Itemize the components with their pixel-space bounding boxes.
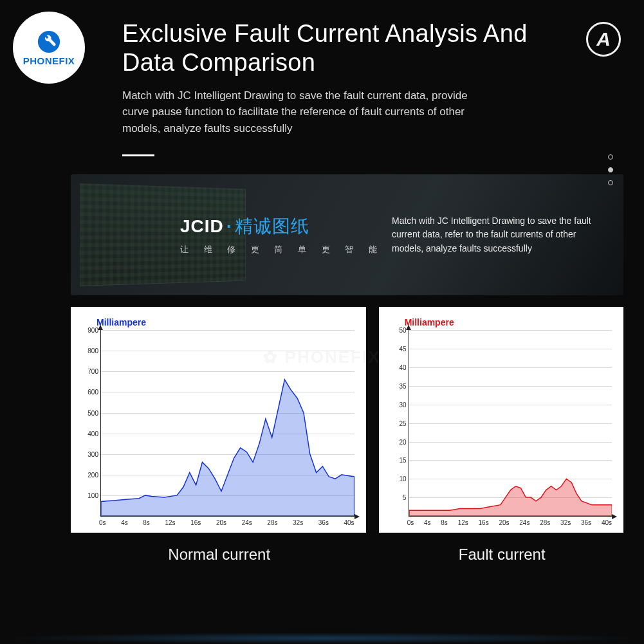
page-subtitle: Match with JC Intelligent Drawing to sav…: [122, 87, 483, 137]
y-tick-label: 800: [80, 347, 98, 354]
x-tick-label: 24s: [242, 519, 252, 526]
x-tick-label: 0s: [99, 519, 106, 526]
x-tick-label: 28s: [267, 519, 277, 526]
arrow-up-icon: [98, 325, 103, 330]
x-tick-label: 12s: [165, 519, 175, 526]
y-tick-label: 100: [80, 492, 98, 499]
y-tick-label: 15: [389, 457, 407, 464]
plot-area-normal: 100200300400500600700800900: [100, 330, 354, 517]
caption-fault: Fault current: [380, 533, 623, 579]
x-tick-label: 0s: [407, 519, 414, 526]
y-tick-label: 300: [80, 450, 98, 457]
x-tick-label: 4s: [121, 519, 128, 526]
y-tick-label: 30: [389, 401, 407, 408]
y-tick-label: 700: [80, 368, 98, 375]
x-tick-label: 40s: [602, 519, 612, 526]
dot-icon: [608, 180, 613, 185]
arrow-right-icon: [354, 514, 360, 519]
x-tick-label: 28s: [540, 519, 550, 526]
y-axis-label: Milliampere: [405, 317, 614, 327]
phonefix-logo: PHONEFIX: [13, 12, 85, 84]
y-tick-label: 10: [389, 475, 407, 483]
caption-row: Normal current Fault current: [71, 533, 623, 579]
side-indicator-dots: [608, 154, 613, 185]
y-tick-label: 25: [389, 419, 407, 427]
y-axis-label: Milliampere: [97, 317, 357, 327]
logo-text: PHONEFIX: [23, 55, 75, 66]
x-tick-label: 4s: [424, 519, 431, 526]
normal-current-chart: Milliampere 100200300400500600700800900 …: [71, 307, 366, 533]
x-tick-label: 40s: [344, 519, 354, 526]
x-tick-label: 12s: [458, 519, 468, 526]
y-tick-label: 40: [389, 363, 407, 371]
page-title: Exclusive Fault Current Analysis And Dat…: [122, 19, 567, 77]
x-tick-label: 8s: [441, 519, 448, 526]
x-tick-label: 32s: [293, 519, 303, 526]
jcid-zh: 精诚图纸: [235, 216, 309, 236]
y-tick-label: 500: [80, 409, 98, 416]
dot-icon: [608, 167, 613, 172]
x-tick-label: 20s: [216, 519, 226, 526]
a-badge: A: [586, 22, 621, 57]
x-axis-ticks: 0s4s8s12s16s20s24s28s32s36s40s: [99, 519, 354, 526]
wrench-icon: [37, 30, 61, 54]
jcid-description: Match with JC Intelligent Drawing to sav…: [392, 214, 604, 256]
x-tick-label: 36s: [318, 519, 329, 526]
hero: Exclusive Fault Current Analysis And Dat…: [0, 0, 644, 156]
x-axis-ticks: 0s4s8s12s16s20s24s28s32s36s40s: [407, 519, 612, 526]
chart-area-path: [409, 330, 612, 516]
jcid-brand-block: JCID·精诚图纸 让 维 修 更 简 单 更 智 能: [180, 214, 383, 255]
arrow-right-icon: [612, 514, 617, 519]
x-tick-label: 32s: [560, 519, 571, 526]
charts-row: Milliampere 100200300400500600700800900 …: [71, 307, 623, 533]
x-tick-label: 24s: [519, 519, 529, 526]
jcid-separator: ·: [226, 216, 232, 236]
x-tick-label: 36s: [581, 519, 591, 526]
jcid-tagline: 让 维 修 更 简 单 更 智 能: [180, 244, 383, 255]
y-tick-label: 200: [80, 471, 98, 478]
dot-icon: [608, 154, 613, 160]
x-tick-label: 16s: [479, 519, 489, 526]
y-tick-label: 900: [80, 327, 98, 334]
arrow-up-icon: [406, 325, 411, 330]
jcid-brand: JCID: [180, 216, 224, 236]
y-tick-label: 35: [389, 382, 407, 389]
y-tick-label: 600: [80, 389, 98, 396]
footer-glow: [0, 632, 644, 644]
chart-area-path: [101, 330, 354, 516]
fault-current-chart: Milliampere 5101520253035404550 0s4s8s12…: [379, 307, 623, 533]
y-tick-label: 45: [389, 345, 407, 353]
plot-area-fault: 5101520253035404550: [409, 330, 612, 517]
x-tick-label: 8s: [143, 519, 150, 526]
svg-point-0: [38, 30, 60, 52]
y-tick-label: 20: [389, 438, 407, 445]
x-tick-label: 20s: [499, 519, 509, 526]
caption-normal: Normal current: [71, 533, 367, 579]
jcid-panel: JCID·精诚图纸 让 维 修 更 简 单 更 智 能 Match with J…: [71, 174, 623, 295]
y-tick-label: 400: [80, 430, 98, 437]
underline-accent: [122, 154, 154, 156]
y-tick-label: 50: [389, 327, 407, 334]
y-tick-label: 5: [389, 494, 407, 501]
x-tick-label: 16s: [190, 519, 201, 526]
